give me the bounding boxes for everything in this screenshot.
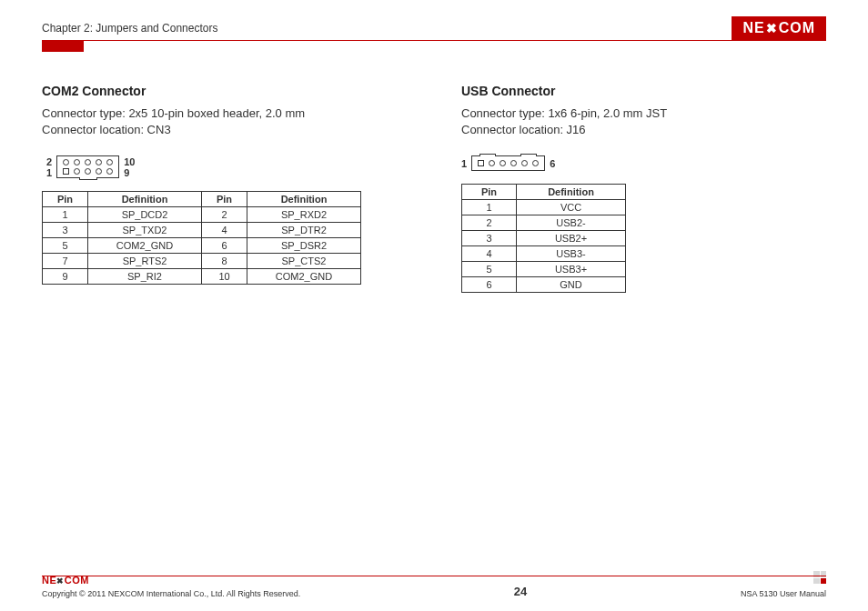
th-pin: Pin — [202, 192, 247, 207]
table-header-row: Pin Definition — [462, 185, 626, 200]
pin-circle-icon — [85, 168, 91, 175]
table-row: 5COM2_GND6SP_DSR2 — [43, 238, 361, 254]
page-footer: Copyright © 2011 NEXCOM International Co… — [42, 585, 826, 598]
usb-connector-box — [471, 155, 545, 171]
table-row: 3SP_TXD24SP_DTR2 — [43, 223, 361, 238]
com2-location: Connector location: CN3 — [42, 122, 407, 138]
header-accent-block — [42, 41, 84, 52]
usb-pin-num-6: 6 — [550, 158, 555, 169]
logo-text-right: COM — [779, 20, 815, 36]
table-row: 9SP_RI210COM2_GND — [43, 269, 361, 285]
logo-text-left: NE — [742, 20, 764, 36]
main-content: COM2 Connector Connector type: 2x5 10-pi… — [42, 84, 826, 293]
com2-connector-box — [56, 155, 119, 178]
th-def: Definition — [517, 185, 626, 200]
nexcom-logo: NE ✖ COM — [732, 16, 826, 40]
pin-circle-icon — [74, 159, 80, 165]
usb-location: Connector location: J16 — [461, 122, 826, 138]
pin-circle-icon — [532, 160, 539, 166]
table-row: 1SP_DCD22SP_RXD2 — [43, 207, 361, 223]
logo-x-icon: ✖ — [766, 21, 778, 35]
com2-pin-num-10: 10 — [124, 156, 135, 167]
footer-divider — [42, 576, 826, 576]
usb-diagram: 1 6 — [461, 155, 826, 171]
th-pin: Pin — [43, 192, 88, 207]
table-row: 7SP_RTS28SP_CTS2 — [43, 254, 361, 269]
pin-circle-icon — [85, 159, 91, 165]
usb-type: Connector type: 1x6 6-pin, 2.0 mm JST — [461, 105, 826, 122]
usb-title: USB Connector — [461, 84, 826, 98]
pin-circle-icon — [96, 159, 102, 165]
pin-circle-icon — [510, 160, 517, 166]
page-header: Chapter 2: Jumpers and Connectors NE ✖ C… — [42, 16, 826, 40]
connector-tab-icon — [79, 177, 97, 180]
table-row: 2USB2- — [462, 215, 626, 231]
usb-pin-num-1: 1 — [461, 158, 467, 169]
pin-circle-icon — [521, 160, 528, 166]
pin-circle-icon — [74, 168, 80, 175]
com2-title: COM2 Connector — [42, 84, 407, 98]
usb-pin-table: Pin Definition 1VCC 2USB2- 3USB2+ 4USB3-… — [461, 184, 626, 293]
pin-circle-icon — [500, 160, 506, 166]
chapter-title: Chapter 2: Jumpers and Connectors — [42, 22, 217, 35]
table-header-row: Pin Definition Pin Definition — [43, 192, 361, 207]
usb-section: USB Connector Connector type: 1x6 6-pin,… — [461, 84, 826, 293]
pin-circle-icon — [63, 159, 69, 165]
pin-circle-icon — [489, 160, 495, 166]
table-row: 5USB3+ — [462, 262, 626, 277]
pin-circle-icon — [106, 159, 113, 165]
pin-square-icon — [63, 168, 69, 175]
table-row: 6GND — [462, 277, 626, 293]
header-divider — [42, 40, 826, 41]
copyright-text: Copyright © 2011 NEXCOM International Co… — [42, 589, 300, 598]
com2-diagram: 2 1 — [42, 155, 407, 178]
table-row: 1VCC — [462, 200, 626, 215]
pin-circle-icon — [96, 168, 102, 175]
com2-pin-table: Pin Definition Pin Definition 1SP_DCD22S… — [42, 191, 361, 285]
th-def: Definition — [247, 192, 361, 207]
com2-pin-num-1: 1 — [46, 167, 52, 178]
th-pin: Pin — [462, 185, 517, 200]
connector-top-tabs — [479, 154, 537, 156]
table-row: 3USB2+ — [462, 231, 626, 246]
pin-square-icon — [478, 160, 484, 166]
com2-section: COM2 Connector Connector type: 2x5 10-pi… — [42, 84, 407, 293]
page-number: 24 — [514, 585, 527, 598]
com2-pin-num-2: 2 — [46, 156, 52, 167]
com2-pin-num-9: 9 — [124, 167, 135, 178]
com2-type: Connector type: 2x5 10-pin boxed header,… — [42, 105, 407, 122]
th-def: Definition — [88, 192, 202, 207]
pin-circle-icon — [106, 168, 113, 175]
table-row: 4USB3- — [462, 246, 626, 262]
footer-squares-icon — [813, 571, 826, 584]
manual-title: NSA 5130 User Manual — [741, 589, 826, 598]
